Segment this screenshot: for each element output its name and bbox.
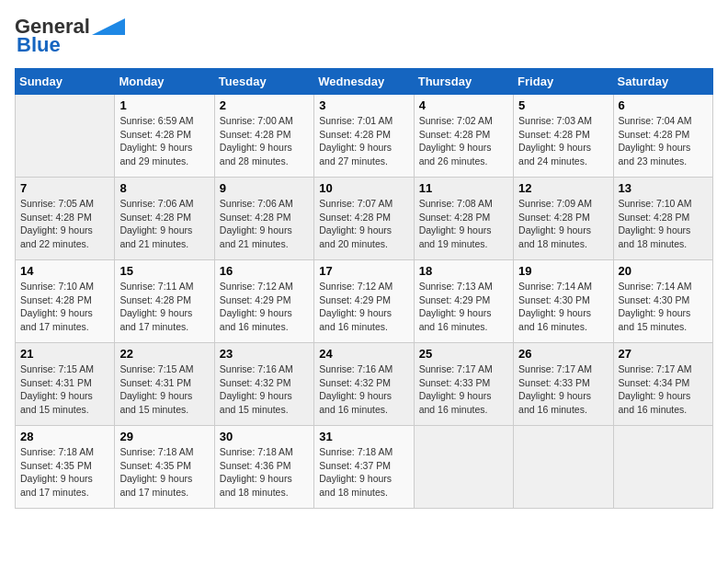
day-number: 25 xyxy=(419,347,508,361)
day-number: 13 xyxy=(619,181,708,195)
calendar-cell: 16Sunrise: 7:12 AMSunset: 4:29 PMDayligh… xyxy=(214,260,313,343)
day-number: 14 xyxy=(20,264,109,278)
day-number: 9 xyxy=(220,181,309,195)
day-number: 23 xyxy=(220,347,309,361)
day-info: Sunrise: 7:16 AMSunset: 4:32 PMDaylight:… xyxy=(220,362,309,417)
weekday-header-saturday: Saturday xyxy=(613,69,712,95)
calendar-cell: 24Sunrise: 7:16 AMSunset: 4:32 PMDayligh… xyxy=(314,343,414,426)
calendar-cell: 4Sunrise: 7:02 AMSunset: 4:28 PMDaylight… xyxy=(414,95,513,178)
day-number: 27 xyxy=(619,347,708,361)
day-number: 2 xyxy=(220,98,309,112)
day-info: Sunrise: 7:15 AMSunset: 4:31 PMDaylight:… xyxy=(20,362,109,417)
day-number: 17 xyxy=(319,264,408,278)
calendar-cell: 20Sunrise: 7:14 AMSunset: 4:30 PMDayligh… xyxy=(613,260,712,343)
calendar-cell: 28Sunrise: 7:18 AMSunset: 4:35 PMDayligh… xyxy=(16,426,115,509)
day-number: 1 xyxy=(119,98,209,112)
day-number: 20 xyxy=(619,264,708,278)
day-info: Sunrise: 7:13 AMSunset: 4:29 PMDaylight:… xyxy=(419,280,508,334)
day-info: Sunrise: 7:07 AMSunset: 4:28 PMDaylight:… xyxy=(319,197,408,251)
day-info: Sunrise: 7:10 AMSunset: 4:28 PMDaylight:… xyxy=(20,280,109,334)
calendar-cell: 12Sunrise: 7:09 AMSunset: 4:28 PMDayligh… xyxy=(514,178,613,260)
day-number: 24 xyxy=(319,347,408,361)
logo-icon xyxy=(92,18,125,35)
calendar-cell: 13Sunrise: 7:10 AMSunset: 4:28 PMDayligh… xyxy=(613,178,712,260)
day-info: Sunrise: 7:01 AMSunset: 4:28 PMDaylight:… xyxy=(319,114,408,168)
day-info: Sunrise: 7:02 AMSunset: 4:28 PMDaylight:… xyxy=(419,114,508,168)
weekday-header-row: SundayMondayTuesdayWednesdayThursdayFrid… xyxy=(16,69,713,95)
day-info: Sunrise: 7:18 AMSunset: 4:37 PMDaylight:… xyxy=(319,445,408,500)
day-info: Sunrise: 7:06 AMSunset: 4:28 PMDaylight:… xyxy=(220,197,309,251)
calendar-cell: 15Sunrise: 7:11 AMSunset: 4:28 PMDayligh… xyxy=(115,260,214,343)
svg-marker-0 xyxy=(92,18,125,35)
weekday-header-friday: Friday xyxy=(514,69,613,95)
day-number: 19 xyxy=(518,264,608,278)
calendar-cell: 29Sunrise: 7:18 AMSunset: 4:35 PMDayligh… xyxy=(115,426,214,509)
day-info: Sunrise: 7:17 AMSunset: 4:33 PMDaylight:… xyxy=(419,362,508,417)
weekday-header-sunday: Sunday xyxy=(16,69,115,95)
calendar-cell xyxy=(613,426,712,509)
calendar-cell xyxy=(514,426,613,509)
calendar-cell: 18Sunrise: 7:13 AMSunset: 4:29 PMDayligh… xyxy=(414,260,513,343)
day-number: 3 xyxy=(319,98,408,112)
weekday-header-tuesday: Tuesday xyxy=(214,69,313,95)
day-number: 29 xyxy=(119,430,209,443)
calendar-cell xyxy=(16,95,115,178)
calendar-cell: 25Sunrise: 7:17 AMSunset: 4:33 PMDayligh… xyxy=(414,343,513,426)
week-row-5: 28Sunrise: 7:18 AMSunset: 4:35 PMDayligh… xyxy=(16,426,713,509)
day-info: Sunrise: 7:04 AMSunset: 4:28 PMDaylight:… xyxy=(619,114,708,168)
calendar-cell: 27Sunrise: 7:17 AMSunset: 4:34 PMDayligh… xyxy=(613,343,712,426)
calendar-cell: 19Sunrise: 7:14 AMSunset: 4:30 PMDayligh… xyxy=(514,260,613,343)
calendar-cell: 17Sunrise: 7:12 AMSunset: 4:29 PMDayligh… xyxy=(314,260,414,343)
day-number: 31 xyxy=(319,430,408,443)
day-info: Sunrise: 6:59 AMSunset: 4:28 PMDaylight:… xyxy=(119,114,209,168)
day-info: Sunrise: 7:06 AMSunset: 4:28 PMDaylight:… xyxy=(119,197,209,251)
calendar-table: SundayMondayTuesdayWednesdayThursdayFrid… xyxy=(15,68,713,509)
weekday-header-wednesday: Wednesday xyxy=(314,69,414,95)
calendar-cell xyxy=(414,426,513,509)
page-header: General Blue xyxy=(15,15,713,57)
day-number: 5 xyxy=(518,98,608,112)
calendar-cell: 31Sunrise: 7:18 AMSunset: 4:37 PMDayligh… xyxy=(314,426,414,509)
day-info: Sunrise: 7:16 AMSunset: 4:32 PMDaylight:… xyxy=(319,362,408,417)
logo: General Blue xyxy=(15,15,125,57)
calendar-cell: 11Sunrise: 7:08 AMSunset: 4:28 PMDayligh… xyxy=(414,178,513,260)
day-info: Sunrise: 7:08 AMSunset: 4:28 PMDaylight:… xyxy=(419,197,508,251)
day-number: 21 xyxy=(20,347,109,361)
day-number: 12 xyxy=(518,181,608,195)
day-info: Sunrise: 7:17 AMSunset: 4:34 PMDaylight:… xyxy=(619,362,708,417)
week-row-3: 14Sunrise: 7:10 AMSunset: 4:28 PMDayligh… xyxy=(16,260,713,343)
calendar-cell: 14Sunrise: 7:10 AMSunset: 4:28 PMDayligh… xyxy=(16,260,115,343)
calendar-cell: 26Sunrise: 7:17 AMSunset: 4:33 PMDayligh… xyxy=(514,343,613,426)
logo-blue: Blue xyxy=(17,33,61,57)
day-number: 8 xyxy=(119,181,209,195)
day-number: 10 xyxy=(319,181,408,195)
day-number: 6 xyxy=(619,98,708,112)
day-number: 11 xyxy=(419,181,508,195)
calendar-cell: 3Sunrise: 7:01 AMSunset: 4:28 PMDaylight… xyxy=(314,95,414,178)
day-info: Sunrise: 7:18 AMSunset: 4:36 PMDaylight:… xyxy=(220,445,309,500)
calendar-cell: 9Sunrise: 7:06 AMSunset: 4:28 PMDaylight… xyxy=(214,178,313,260)
day-number: 4 xyxy=(419,98,508,112)
day-number: 7 xyxy=(20,181,109,195)
day-info: Sunrise: 7:10 AMSunset: 4:28 PMDaylight:… xyxy=(619,197,708,251)
calendar-cell: 10Sunrise: 7:07 AMSunset: 4:28 PMDayligh… xyxy=(314,178,414,260)
day-info: Sunrise: 7:15 AMSunset: 4:31 PMDaylight:… xyxy=(119,362,209,417)
calendar-cell: 23Sunrise: 7:16 AMSunset: 4:32 PMDayligh… xyxy=(214,343,313,426)
day-info: Sunrise: 7:00 AMSunset: 4:28 PMDaylight:… xyxy=(220,114,309,168)
day-number: 16 xyxy=(220,264,309,278)
calendar-cell: 8Sunrise: 7:06 AMSunset: 4:28 PMDaylight… xyxy=(115,178,214,260)
week-row-4: 21Sunrise: 7:15 AMSunset: 4:31 PMDayligh… xyxy=(16,343,713,426)
calendar-cell: 6Sunrise: 7:04 AMSunset: 4:28 PMDaylight… xyxy=(613,95,712,178)
day-info: Sunrise: 7:18 AMSunset: 4:35 PMDaylight:… xyxy=(20,445,109,500)
day-info: Sunrise: 7:17 AMSunset: 4:33 PMDaylight:… xyxy=(518,362,608,417)
day-info: Sunrise: 7:14 AMSunset: 4:30 PMDaylight:… xyxy=(619,280,708,334)
day-number: 22 xyxy=(119,347,209,361)
calendar-cell: 21Sunrise: 7:15 AMSunset: 4:31 PMDayligh… xyxy=(16,343,115,426)
day-info: Sunrise: 7:12 AMSunset: 4:29 PMDaylight:… xyxy=(319,280,408,334)
calendar-cell: 2Sunrise: 7:00 AMSunset: 4:28 PMDaylight… xyxy=(214,95,313,178)
calendar-cell: 5Sunrise: 7:03 AMSunset: 4:28 PMDaylight… xyxy=(514,95,613,178)
calendar-cell: 7Sunrise: 7:05 AMSunset: 4:28 PMDaylight… xyxy=(16,178,115,260)
day-info: Sunrise: 7:09 AMSunset: 4:28 PMDaylight:… xyxy=(518,197,608,251)
day-number: 30 xyxy=(220,430,309,443)
day-info: Sunrise: 7:03 AMSunset: 4:28 PMDaylight:… xyxy=(518,114,608,168)
